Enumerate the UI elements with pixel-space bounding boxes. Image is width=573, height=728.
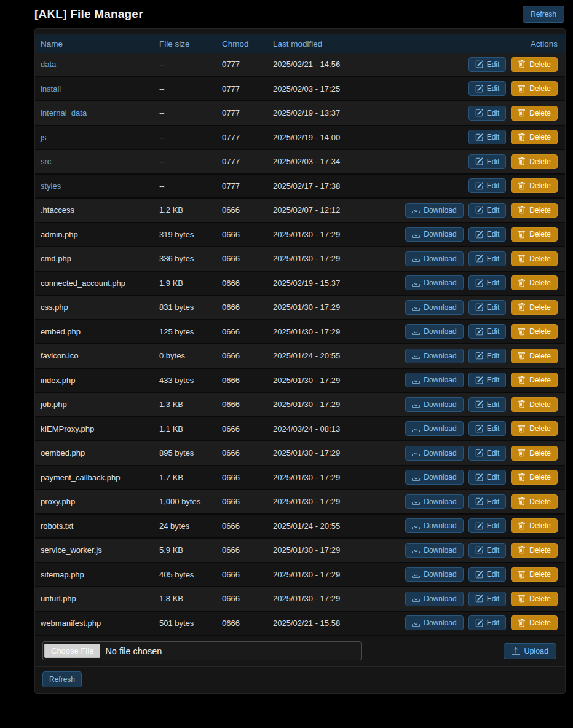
download-button[interactable]: Download [405, 349, 463, 363]
trash-icon [518, 303, 526, 311]
edit-button[interactable]: Edit [468, 543, 507, 558]
edit-button[interactable]: Edit [468, 349, 507, 363]
download-icon [412, 255, 420, 263]
file-name-link[interactable]: favicon.ico [41, 351, 159, 360]
file-name-link[interactable]: oembed.php [41, 448, 159, 457]
edit-button[interactable]: Edit [468, 518, 507, 533]
delete-button[interactable]: Delete [511, 178, 558, 193]
file-name-link[interactable]: .htaccess [41, 205, 159, 215]
upload-button[interactable]: Upload [504, 643, 556, 659]
delete-button[interactable]: Delete [511, 300, 558, 315]
delete-button[interactable]: Delete [511, 81, 558, 96]
delete-button[interactable]: Delete [511, 470, 558, 485]
file-name-link[interactable]: webmanifest.php [41, 619, 159, 628]
download-button[interactable]: Download [405, 470, 463, 485]
edit-button[interactable]: Edit [468, 397, 507, 412]
file-name-link[interactable]: unfurl.php [41, 594, 159, 603]
file-name-link[interactable]: css.php [41, 303, 159, 312]
delete-button[interactable]: Delete [511, 349, 558, 363]
delete-button[interactable]: Delete [511, 421, 558, 436]
edit-button[interactable]: Edit [468, 178, 507, 193]
edit-button[interactable]: Edit [468, 300, 507, 315]
edit-button[interactable]: Edit [468, 494, 507, 509]
download-button[interactable]: Download [405, 615, 463, 630]
delete-button[interactable]: Delete [511, 154, 558, 169]
delete-button[interactable]: Delete [511, 397, 558, 412]
edit-button[interactable]: Edit [468, 567, 507, 582]
download-button[interactable]: Download [405, 324, 463, 339]
file-name-link[interactable]: service_worker.js [41, 545, 159, 555]
edit-button[interactable]: Edit [468, 203, 507, 218]
edit-button[interactable]: Edit [468, 275, 507, 290]
file-name-link[interactable]: data [41, 60, 159, 69]
file-name-link[interactable]: sitemap.php [41, 570, 159, 579]
edit-button[interactable]: Edit [468, 57, 507, 72]
download-button[interactable]: Download [405, 227, 463, 242]
delete-button[interactable]: Delete [511, 494, 558, 509]
edit-button[interactable]: Edit [468, 470, 507, 485]
file-name-link[interactable]: connected_account.php [41, 279, 159, 288]
file-name-link[interactable]: job.php [41, 400, 159, 409]
edit-button[interactable]: Edit [468, 615, 507, 630]
delete-button[interactable]: Delete [511, 567, 558, 582]
delete-button[interactable]: Delete [511, 227, 558, 242]
delete-button[interactable]: Delete [511, 518, 558, 533]
file-name-link[interactable]: src [41, 157, 159, 166]
delete-button[interactable]: Delete [511, 251, 558, 266]
choose-file-button[interactable]: Choose File [44, 644, 100, 658]
download-button[interactable]: Download [405, 300, 463, 315]
delete-button[interactable]: Delete [511, 543, 558, 558]
file-name-link[interactable]: styles [41, 181, 159, 191]
file-input[interactable]: Choose File No file chosen [42, 641, 362, 660]
edit-button[interactable]: Edit [468, 421, 507, 436]
last-modified-value: 2025/02/21 - 15:58 [273, 619, 405, 628]
file-name-link[interactable]: kIEMProxy.php [41, 424, 159, 433]
delete-button[interactable]: Delete [511, 615, 558, 630]
download-button[interactable]: Download [405, 446, 463, 461]
download-button[interactable]: Download [405, 203, 463, 218]
delete-button[interactable]: Delete [511, 446, 558, 461]
download-button[interactable]: Download [405, 518, 463, 533]
file-name-link[interactable]: proxy.php [41, 497, 159, 506]
refresh-button-bottom[interactable]: Refresh [42, 671, 82, 687]
chmod-value: 0666 [222, 473, 273, 482]
download-button[interactable]: Download [405, 592, 463, 606]
edit-icon [475, 303, 483, 311]
download-button[interactable]: Download [405, 421, 463, 436]
download-button[interactable]: Download [405, 543, 463, 558]
edit-button[interactable]: Edit [468, 592, 507, 606]
download-button[interactable]: Download [405, 494, 463, 509]
download-button[interactable]: Download [405, 397, 463, 412]
delete-button[interactable]: Delete [511, 57, 558, 72]
delete-button[interactable]: Delete [511, 130, 558, 144]
file-name-link[interactable]: cmd.php [41, 254, 159, 263]
download-button[interactable]: Download [405, 251, 463, 266]
edit-button[interactable]: Edit [468, 251, 507, 266]
delete-button[interactable]: Delete [511, 106, 558, 121]
file-name-link[interactable]: payment_callback.php [41, 473, 159, 482]
edit-button[interactable]: Edit [468, 154, 507, 169]
edit-button[interactable]: Edit [468, 227, 507, 242]
download-button[interactable]: Download [405, 567, 463, 582]
file-name-link[interactable]: embed.php [41, 327, 159, 336]
file-name-link[interactable]: robots.txt [41, 521, 159, 531]
refresh-button-top[interactable]: Refresh [523, 6, 564, 23]
edit-button[interactable]: Edit [468, 446, 507, 461]
edit-button[interactable]: Edit [468, 106, 507, 121]
delete-button[interactable]: Delete [511, 275, 558, 290]
file-name-link[interactable]: js [41, 133, 159, 142]
delete-button[interactable]: Delete [511, 324, 558, 339]
download-button[interactable]: Download [405, 373, 463, 387]
edit-button[interactable]: Edit [468, 324, 507, 339]
download-button[interactable]: Download [405, 275, 463, 290]
edit-button[interactable]: Edit [468, 81, 507, 96]
file-name-link[interactable]: install [41, 84, 159, 93]
file-name-link[interactable]: index.php [41, 376, 159, 385]
edit-button[interactable]: Edit [468, 130, 507, 144]
edit-button[interactable]: Edit [468, 373, 507, 387]
delete-button[interactable]: Delete [511, 203, 558, 218]
delete-button[interactable]: Delete [511, 373, 558, 387]
delete-button[interactable]: Delete [511, 592, 558, 606]
file-name-link[interactable]: admin.php [41, 230, 159, 239]
file-name-link[interactable]: internal_data [41, 108, 159, 117]
